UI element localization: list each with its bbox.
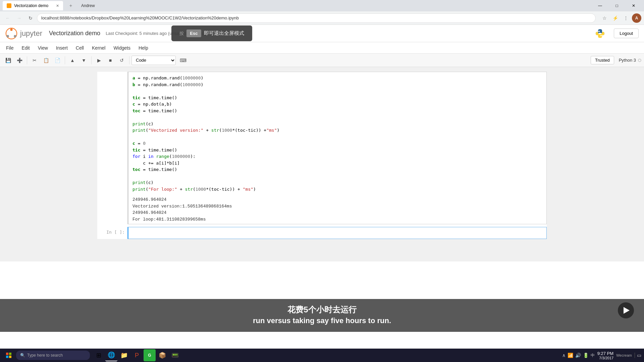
move-cell-down-button[interactable]: ▼ bbox=[78, 55, 89, 65]
jupyter-menubar: File Edit View Insert Cell Kernel Widget… bbox=[0, 42, 644, 54]
code-line-18: print("For loop:" + str(1000*(toc-tic)) … bbox=[132, 186, 542, 193]
taskbar-chrome[interactable]: 🌐 bbox=[105, 349, 117, 361]
output-line-4: For loop:481.3110828399658ms bbox=[132, 216, 542, 223]
interrupt-kernel-button[interactable]: ■ bbox=[105, 55, 116, 65]
move-cell-up-button[interactable]: ▲ bbox=[67, 55, 78, 65]
code-editor[interactable]: a = np.random.rand(1000000) b = np.rando… bbox=[128, 72, 546, 195]
settings-icon[interactable]: ⋮ bbox=[621, 13, 631, 23]
menu-help[interactable]: Help bbox=[135, 44, 152, 52]
python-badge bbox=[595, 28, 605, 39]
menu-widgets[interactable]: Widgets bbox=[110, 44, 134, 52]
code-line-10 bbox=[132, 134, 542, 140]
taskbar-task-view[interactable]: ⊞ bbox=[93, 349, 105, 361]
code-line-14: c += a[i]*b[i] bbox=[132, 160, 542, 167]
close-button[interactable]: ✕ bbox=[626, 1, 641, 10]
taskbar-system-tray: ∧ 📶 🔊 🔋 中 9:27 PM 7/3/2017 Wecream ▭ bbox=[562, 351, 641, 360]
save-button[interactable]: 💾 bbox=[3, 55, 13, 65]
bookmark-icon[interactable]: ☆ bbox=[600, 13, 609, 23]
code-line-7 bbox=[132, 114, 542, 121]
svg-point-4 bbox=[599, 31, 600, 32]
minimize-button[interactable]: — bbox=[592, 1, 608, 10]
maximize-button[interactable]: □ bbox=[609, 1, 625, 10]
restart-kernel-button[interactable]: ↺ bbox=[116, 55, 127, 65]
run-cell-button[interactable]: ▶ bbox=[94, 55, 104, 65]
address-text: localhost:8888/notebooks/Dropbox/Deep%20… bbox=[41, 15, 239, 20]
cut-cell-button[interactable]: ✂ bbox=[29, 55, 40, 65]
svg-rect-8 bbox=[6, 356, 8, 358]
svg-rect-9 bbox=[9, 356, 11, 358]
notebook-title[interactable]: Vectorization demo bbox=[49, 30, 100, 37]
code-line-16 bbox=[132, 173, 542, 180]
notebook-area: a = np.random.rand(1000000) b = np.rando… bbox=[0, 67, 644, 261]
code-line-11: c = 0 bbox=[132, 140, 542, 147]
new-tab-button[interactable]: ＋ bbox=[66, 1, 76, 10]
start-button[interactable] bbox=[3, 349, 15, 361]
jupyter-logo-svg bbox=[5, 27, 17, 40]
cell-input-area[interactable]: a = np.random.rand(1000000) b = np.rando… bbox=[127, 72, 547, 224]
tray-battery-icon[interactable]: 🔋 bbox=[583, 353, 589, 358]
code-cell-main[interactable]: a = np.random.rand(1000000) b = np.rando… bbox=[97, 72, 547, 224]
reload-button[interactable]: ↻ bbox=[25, 13, 36, 23]
taskbar-app5[interactable]: G bbox=[144, 349, 156, 361]
tray-up-arrow[interactable]: ∧ bbox=[562, 353, 566, 358]
keyboard-shortcuts-button[interactable]: ⌨ bbox=[178, 55, 189, 65]
taskbar-clock[interactable]: 9:27 PM 7/3/2017 bbox=[597, 351, 613, 360]
output-line-2: Vectorized version:1.505136489868164ms bbox=[132, 203, 542, 210]
press-label: 按 bbox=[179, 31, 184, 37]
insert-cell-below-button[interactable]: ➕ bbox=[14, 55, 25, 65]
show-desktop-button[interactable]: ▭ bbox=[635, 353, 641, 358]
code-line-5: c = np.dot(a,b) bbox=[132, 101, 542, 108]
taskbar-app6[interactable]: 📦 bbox=[156, 349, 168, 361]
taskbar-powerpoint[interactable]: P bbox=[131, 349, 143, 361]
code-line-12: tic = time.time() bbox=[132, 147, 542, 154]
trusted-button[interactable]: Trusted bbox=[591, 56, 614, 64]
code-line-13: for i in range(1000000): bbox=[132, 153, 542, 160]
tab-close-button[interactable]: ✕ bbox=[56, 4, 59, 8]
browser-tab-active[interactable]: Vectorization demo ✕ bbox=[3, 1, 63, 10]
kernel-indicator: Python 3 bbox=[619, 58, 641, 63]
svg-point-5 bbox=[601, 35, 602, 36]
tray-ime[interactable]: 中 bbox=[591, 353, 595, 358]
cell-output-area: 249946.964024 Vectorized version:1.50513… bbox=[128, 195, 546, 224]
empty-cell[interactable]: In [ ]: bbox=[97, 227, 547, 239]
menu-edit[interactable]: Edit bbox=[18, 44, 33, 52]
cell-type-dropdown[interactable]: Code Markdown Raw NBConvert bbox=[131, 56, 176, 65]
esc-message: 即可退出全屏模式 bbox=[204, 30, 244, 37]
play-button[interactable] bbox=[618, 302, 634, 318]
profile-avatar[interactable]: A bbox=[632, 13, 641, 23]
empty-cell-input-area[interactable] bbox=[127, 227, 547, 239]
jupyter-logo-text: jupyter bbox=[20, 29, 42, 38]
play-triangle-icon bbox=[624, 307, 630, 314]
logout-button[interactable]: Logout bbox=[614, 28, 639, 38]
svg-point-2 bbox=[7, 35, 9, 37]
menu-view[interactable]: View bbox=[35, 44, 51, 52]
taskbar-app7[interactable]: 📟 bbox=[169, 349, 181, 361]
extension-icon[interactable]: ⚡ bbox=[610, 13, 620, 23]
tray-network-icon[interactable]: 📶 bbox=[568, 353, 573, 358]
menu-cell[interactable]: Cell bbox=[72, 44, 87, 52]
copy-cell-button[interactable]: 📋 bbox=[41, 55, 51, 65]
output-line-3: 249946.964024 bbox=[132, 209, 542, 216]
taskbar-search[interactable]: 🔍 Type here to search bbox=[16, 351, 90, 360]
empty-cell-editor[interactable] bbox=[128, 227, 546, 239]
subtitle-overlay: 花费5个小时去运行 run versus taking say five hou… bbox=[0, 299, 644, 332]
browser-toolbar: ← → ↻ localhost:8888/notebooks/Dropbox/D… bbox=[0, 11, 644, 25]
esc-key-badge: Esc bbox=[186, 29, 201, 37]
menu-kernel[interactable]: Kernel bbox=[89, 44, 109, 52]
menu-file[interactable]: File bbox=[3, 44, 17, 52]
back-button[interactable]: ← bbox=[3, 13, 13, 23]
cell-prompt bbox=[97, 72, 127, 224]
tray-volume-icon[interactable]: 🔊 bbox=[575, 353, 581, 358]
taskbar-date-display: 7/3/2017 bbox=[597, 356, 613, 360]
taskbar-time-display: 9:27 PM bbox=[597, 351, 613, 356]
taskbar-explorer[interactable]: 📁 bbox=[118, 349, 130, 361]
forward-button[interactable]: → bbox=[14, 13, 24, 23]
subtitle-chinese: 花费5个小时去运行 bbox=[0, 304, 644, 315]
address-bar[interactable]: localhost:8888/notebooks/Dropbox/Deep%20… bbox=[37, 13, 596, 23]
paste-cell-button[interactable]: 📄 bbox=[52, 55, 63, 65]
window-controls: — □ ✕ bbox=[592, 1, 641, 10]
kernel-status-circle bbox=[638, 59, 641, 62]
search-placeholder: Type here to search bbox=[27, 353, 63, 358]
empty-cell-prompt: In [ ]: bbox=[97, 227, 127, 239]
menu-insert[interactable]: Insert bbox=[53, 44, 71, 52]
